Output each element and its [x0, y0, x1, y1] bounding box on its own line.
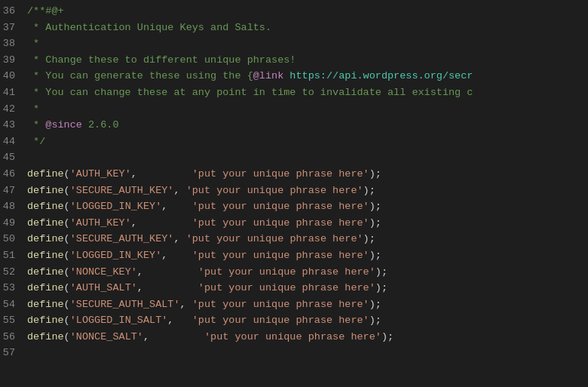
- token: define: [27, 315, 64, 326]
- token: 2.6.0: [82, 119, 119, 131]
- token: 'SECURE_AUTH_KEY': [70, 233, 174, 244]
- token: ,: [137, 282, 198, 293]
- token: );: [369, 201, 381, 212]
- code-line: 42 *: [0, 101, 588, 118]
- code-line: 41 * You can change these at any point i…: [0, 84, 588, 101]
- token: 'LOGGED_IN_KEY': [70, 250, 162, 261]
- token: 'put your unique phrase here': [192, 217, 369, 229]
- line-number: 44: [0, 134, 27, 150]
- token: (: [64, 217, 70, 229]
- line-number: 41: [0, 84, 27, 101]
- line-content: * You can change these at any point in t…: [27, 84, 473, 101]
- token: );: [363, 233, 375, 244]
- token: ,: [131, 217, 192, 229]
- token: (: [64, 266, 70, 278]
- code-line: 48define('LOGGED_IN_KEY', 'put your uniq…: [0, 198, 588, 215]
- line-content: * You can generate these using the {@lin…: [27, 68, 473, 84]
- token: define: [27, 201, 64, 212]
- line-content: * @since 2.6.0: [27, 117, 119, 134]
- token: (: [64, 201, 70, 212]
- token: 'AUTH_KEY': [70, 217, 131, 229]
- code-line: 37 * Authentication Unique Keys and Salt…: [0, 20, 588, 36]
- line-number: 49: [0, 215, 27, 232]
- token: (: [64, 233, 70, 244]
- token: );: [369, 217, 381, 229]
- code-line: 49define('AUTH_KEY', 'put your unique ph…: [0, 215, 588, 232]
- line-number: 45: [0, 149, 27, 166]
- line-content: */: [27, 134, 45, 150]
- line-content: define('SECURE_AUTH_SALT', 'put your uni…: [27, 296, 381, 313]
- token: );: [375, 266, 387, 278]
- line-number: 47: [0, 183, 27, 199]
- token: );: [363, 185, 375, 196]
- token: ,: [161, 201, 192, 212]
- token: define: [27, 250, 64, 261]
- code-editor: 36/**#@+37 * Authentication Unique Keys …: [0, 0, 588, 387]
- line-number: 52: [0, 264, 27, 281]
- token: define: [27, 266, 64, 278]
- line-content: define('SECURE_AUTH_KEY', 'put your uniq…: [27, 183, 375, 199]
- line-number: 37: [0, 20, 27, 36]
- token: (: [64, 299, 70, 310]
- token: 'put your unique phrase here': [198, 266, 375, 278]
- line-content: define('AUTH_SALT', 'put your unique phr…: [27, 280, 387, 296]
- token: * Change these to different unique phras…: [27, 54, 296, 66]
- token: ,: [173, 233, 185, 244]
- token: (: [64, 331, 70, 342]
- token: (: [64, 185, 70, 196]
- line-content: define('LOGGED_IN_SALT', 'put your uniqu…: [27, 312, 381, 329]
- token: 'AUTH_KEY': [70, 168, 131, 180]
- line-content: * Authentication Unique Keys and Salts.: [27, 20, 271, 36]
- line-content: [27, 149, 33, 166]
- token: );: [381, 331, 394, 342]
- code-line: 46define('AUTH_KEY', 'put your unique ph…: [0, 166, 588, 183]
- token: 'put your unique phrase here': [198, 282, 375, 293]
- token: * Authentication Unique Keys and Salts.: [27, 22, 271, 33]
- line-number: 54: [0, 296, 27, 313]
- token: 'put your unique phrase here': [186, 185, 363, 196]
- line-content: define('LOGGED_IN_KEY', 'put your unique…: [27, 198, 381, 215]
- token: ,: [161, 250, 192, 261]
- line-content: *: [27, 35, 39, 52]
- line-number: 48: [0, 198, 27, 215]
- token: 'put your unique phrase here': [192, 315, 369, 326]
- code-line: 44 */: [0, 134, 588, 150]
- line-content: define('AUTH_KEY', 'put your unique phra…: [27, 215, 381, 232]
- token: ,: [143, 331, 204, 342]
- line-number: 43: [0, 117, 27, 134]
- token: ,: [180, 299, 192, 310]
- token: ,: [173, 185, 185, 196]
- token: 'put your unique phrase here': [192, 201, 369, 212]
- token: ,: [137, 266, 198, 278]
- token: @link: [253, 70, 284, 81]
- code-line: 52define('NONCE_KEY', 'put your unique p…: [0, 264, 588, 281]
- line-number: 39: [0, 52, 27, 69]
- token: 'SECURE_AUTH_KEY': [70, 185, 174, 196]
- line-number: 40: [0, 68, 27, 84]
- token: 'AUTH_SALT': [70, 282, 137, 293]
- token: );: [375, 282, 387, 293]
- line-number: 46: [0, 166, 27, 183]
- token: *: [27, 119, 45, 131]
- code-line: 50define('SECURE_AUTH_KEY', 'put your un…: [0, 231, 588, 247]
- code-line: 57: [0, 345, 588, 361]
- token: 'put your unique phrase here': [204, 331, 381, 342]
- token: 'put your unique phrase here': [192, 299, 369, 310]
- line-content: define('NONCE_SALT', 'put your unique ph…: [27, 329, 394, 346]
- code-line: 55define('LOGGED_IN_SALT', 'put your uni…: [0, 312, 588, 329]
- code-line: 56define('NONCE_SALT', 'put your unique …: [0, 329, 588, 346]
- token: ,: [131, 168, 192, 180]
- code-line: 43 * @since 2.6.0: [0, 117, 588, 134]
- line-number: 57: [0, 345, 27, 361]
- token: 'NONCE_SALT': [70, 331, 143, 342]
- code-line: 51define('LOGGED_IN_KEY', 'put your uniq…: [0, 247, 588, 264]
- line-number: 42: [0, 101, 27, 118]
- token: 'SECURE_AUTH_SALT': [70, 299, 180, 310]
- line-number: 55: [0, 312, 27, 329]
- token: );: [369, 168, 381, 180]
- line-content: define('NONCE_KEY', 'put your unique phr…: [27, 264, 387, 281]
- token: 'LOGGED_IN_KEY': [70, 201, 162, 212]
- token: ,: [167, 315, 191, 326]
- code-line: 54define('SECURE_AUTH_SALT', 'put your u…: [0, 296, 588, 313]
- token: *: [27, 103, 39, 115]
